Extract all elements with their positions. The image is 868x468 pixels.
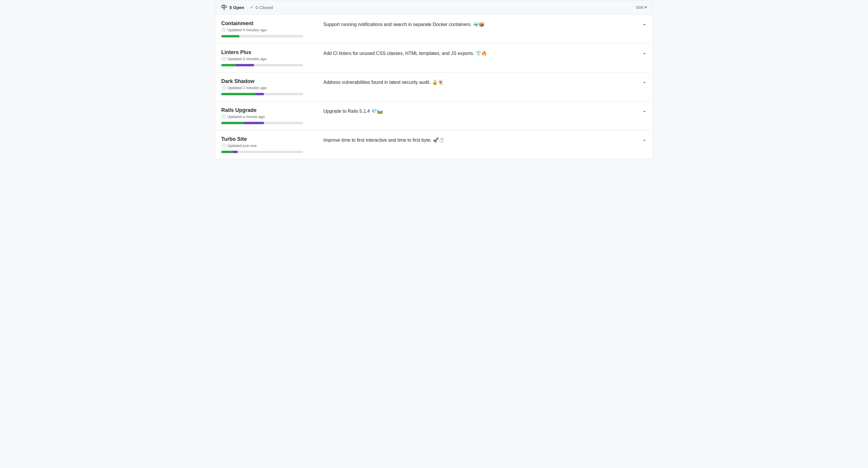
milestone-updated-0: 🕐 Updated 4 minutes ago [221, 28, 315, 32]
header-left: 5 Open ✓ 0 Closed [221, 4, 273, 10]
clock-icon-3: 🕐 [221, 115, 226, 119]
progress-bar-3 [221, 122, 303, 124]
milestone-left-3: Rails Upgrade 🕐 Updated a minute ago [221, 107, 315, 124]
milestone-row: Turbo Site 🕐 Updated just now Improve ti… [215, 130, 653, 159]
progress-green-0 [221, 35, 239, 37]
clock-icon-0: 🕐 [221, 28, 226, 32]
milestone-expand-4[interactable] [642, 136, 647, 143]
milestone-left-0: Containment 🕐 Updated 4 minutes ago [221, 21, 315, 37]
milestones-container: 5 Open ✓ 0 Closed Sort ▾ Containment 🕐 U… [215, 0, 653, 159]
progress-green-2 [221, 93, 256, 95]
clock-icon-2: 🕐 [221, 86, 226, 90]
progress-purple-4 [232, 151, 238, 153]
open-count-label: 5 Open [229, 5, 244, 10]
open-filter[interactable]: 5 Open [221, 4, 244, 10]
progress-bar-2 [221, 93, 303, 95]
milestone-description-2: Address vulnerabilities found in latest … [315, 78, 642, 85]
milestone-left-2: Dark Shadow 🕐 Updated 2 minutes ago [221, 78, 315, 95]
milestone-left-1: Linters Plus 🕐 Updated 3 minutes ago [221, 49, 315, 66]
milestone-updated-3: 🕐 Updated a minute ago [221, 115, 315, 119]
milestone-updated-4: 🕐 Updated just now [221, 143, 315, 148]
clock-icon-4: 🕐 [221, 143, 226, 148]
milestone-expand-2[interactable] [642, 78, 647, 85]
sort-chevron-icon: ▾ [645, 5, 647, 10]
sort-label: Sort [636, 5, 644, 10]
milestone-title-0: Containment [221, 21, 315, 27]
milestone-expand-1[interactable] [642, 49, 647, 56]
header-bar: 5 Open ✓ 0 Closed Sort ▾ [215, 0, 653, 14]
closed-filter[interactable]: ✓ 0 Closed [250, 5, 273, 10]
milestones-list: Containment 🕐 Updated 4 minutes ago Supp… [215, 14, 653, 159]
progress-purple-3 [244, 122, 264, 124]
chevron-down-icon-4 [642, 138, 647, 143]
check-icon: ✓ [250, 5, 254, 10]
milestone-description-3: Upgrade to Rails 5.1.4 💎🛤️ [315, 107, 642, 114]
milestone-icon [221, 4, 227, 10]
progress-bar-1 [221, 64, 303, 66]
milestone-row: Dark Shadow 🕐 Updated 2 minutes ago Addr… [215, 72, 653, 101]
milestone-row: Containment 🕐 Updated 4 minutes ago Supp… [215, 14, 653, 43]
milestone-expand-3[interactable] [642, 107, 647, 114]
progress-bar-4 [221, 151, 303, 153]
milestone-updated-1: 🕐 Updated 3 minutes ago [221, 57, 315, 61]
clock-icon-1: 🕐 [221, 57, 226, 61]
progress-green-1 [221, 64, 236, 66]
milestone-row: Linters Plus 🕐 Updated 3 minutes ago Add… [215, 43, 653, 72]
milestone-description-0: Support running notifications and search… [315, 21, 642, 27]
milestone-title-3: Rails Upgrade [221, 107, 315, 113]
chevron-down-icon-2 [642, 80, 647, 85]
milestone-row: Rails Upgrade 🕐 Updated a minute ago Upg… [215, 101, 653, 130]
milestone-left-4: Turbo Site 🕐 Updated just now [221, 136, 315, 153]
progress-green-3 [221, 122, 244, 124]
progress-purple-2 [256, 93, 264, 95]
milestone-description-4: Improve time to first interactive and ti… [315, 136, 642, 143]
closed-count-label: 0 Closed [256, 5, 273, 10]
milestone-title-1: Linters Plus [221, 49, 315, 56]
chevron-down-icon-3 [642, 109, 647, 114]
milestone-title-2: Dark Shadow [221, 78, 315, 84]
progress-bar-0 [221, 35, 303, 37]
sort-button[interactable]: Sort ▾ [636, 5, 647, 10]
milestone-title-4: Turbo Site [221, 136, 315, 142]
milestone-expand-0[interactable] [642, 21, 647, 27]
milestone-description-1: Add CI linters for unused CSS classes, H… [315, 49, 642, 56]
chevron-down-icon-0 [642, 22, 647, 27]
progress-green-4 [221, 151, 232, 153]
progress-purple-1 [236, 64, 254, 66]
milestone-updated-2: 🕐 Updated 2 minutes ago [221, 86, 315, 90]
chevron-down-icon-1 [642, 51, 647, 56]
